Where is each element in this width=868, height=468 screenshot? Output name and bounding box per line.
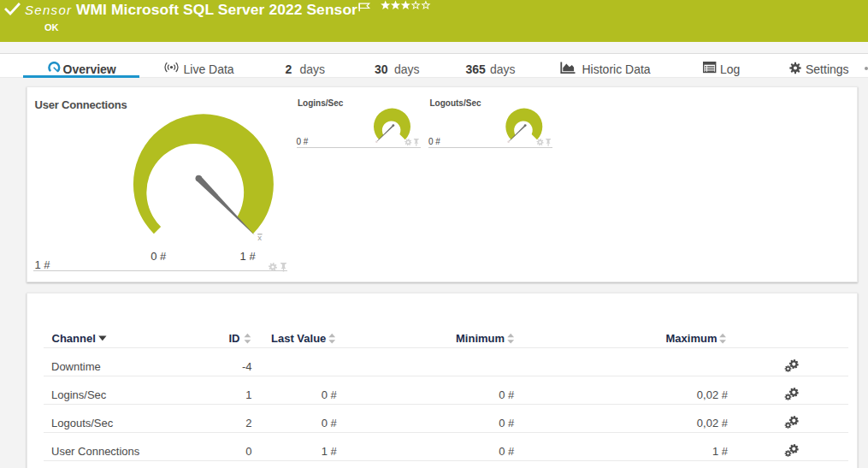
svg-text:x: x <box>257 233 262 242</box>
